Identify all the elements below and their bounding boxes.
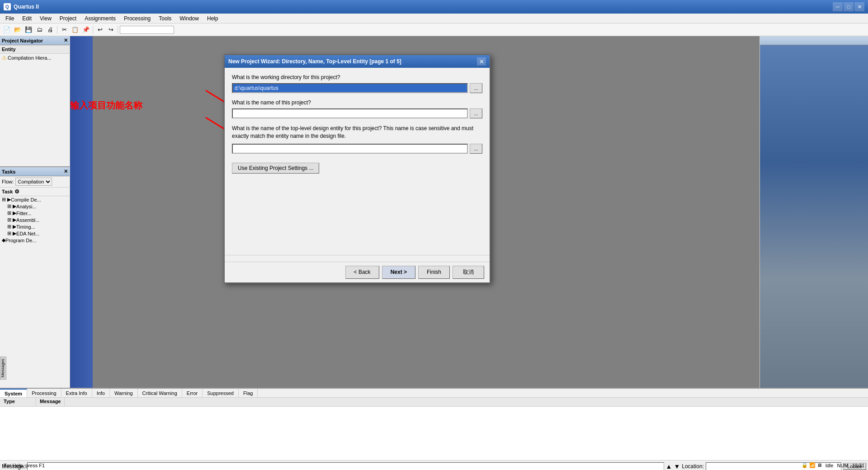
entity-browse-btn[interactable]: ... bbox=[470, 144, 482, 154]
right-panel-background bbox=[760, 45, 868, 435]
redo-btn[interactable]: ↪ bbox=[106, 25, 116, 35]
time-display: 10:31 bbox=[852, 463, 864, 468]
status-bar-right: 🔒 📶 🖥 Idle NUM 10:31 bbox=[802, 462, 864, 468]
menu-window[interactable]: Window bbox=[176, 14, 203, 23]
back-button[interactable]: < Back bbox=[345, 266, 379, 279]
tab-system[interactable]: System bbox=[0, 389, 27, 397]
directory-browse-btn[interactable]: ... bbox=[470, 83, 482, 93]
project-navigator-title: Project Navigator bbox=[2, 38, 43, 43]
copy-btn[interactable]: 📋 bbox=[70, 25, 80, 35]
app-icon: Q bbox=[4, 3, 11, 10]
toolbar-separator-1 bbox=[57, 26, 57, 34]
task-program-label: Program De... bbox=[5, 238, 36, 243]
msg-up-btn[interactable]: ▲ bbox=[666, 463, 672, 470]
cancel-button[interactable]: 取消 bbox=[453, 266, 484, 279]
task-column-label: Task bbox=[2, 189, 13, 194]
col-type-header: Type bbox=[0, 398, 36, 406]
minimize-button[interactable]: ─ bbox=[833, 2, 843, 11]
search-input[interactable] bbox=[120, 26, 174, 34]
menu-help[interactable]: Help bbox=[203, 14, 222, 23]
tab-error[interactable]: Error bbox=[182, 389, 203, 397]
dialog-spacer bbox=[232, 174, 482, 255]
message-input[interactable] bbox=[27, 462, 664, 470]
next-button[interactable]: Next > bbox=[382, 266, 415, 279]
directory-input-row: ... bbox=[232, 83, 482, 93]
use-existing-settings-btn[interactable]: Use Existing Project Settings ... bbox=[232, 163, 319, 174]
flow-select[interactable]: Compilation bbox=[15, 178, 52, 186]
directory-input[interactable] bbox=[232, 83, 468, 93]
task-eda[interactable]: ⊞ ▶ EDA Net... bbox=[0, 230, 70, 237]
task-fitter[interactable]: ⊞ ▶ Fitter... bbox=[0, 210, 70, 216]
tab-extra-info[interactable]: Extra Info bbox=[61, 389, 92, 397]
flow-row: Flow: Compilation bbox=[0, 176, 70, 188]
status-indicators: 🔒 📶 🖥 bbox=[802, 462, 822, 468]
menu-view[interactable]: View bbox=[36, 14, 55, 23]
entity-name-input[interactable] bbox=[232, 144, 468, 154]
app-title: Quartus II bbox=[14, 4, 39, 10]
tasks-panel-header: Tasks ✕ bbox=[0, 167, 70, 176]
new-btn[interactable]: 📄 bbox=[2, 25, 12, 35]
menu-assignments[interactable]: Assignments bbox=[81, 14, 119, 23]
tab-processing[interactable]: Processing bbox=[27, 389, 61, 397]
toolbar: 📄 📂 💾 🗂 🖨 ✂ 📋 📌 ↩ ↪ bbox=[0, 24, 868, 36]
vtab-messages[interactable]: Messages bbox=[0, 357, 6, 380]
tab-suppressed[interactable]: Suppressed bbox=[203, 389, 239, 397]
question1-label: What is the working directory for this p… bbox=[232, 74, 482, 80]
msg-down-btn[interactable]: ▼ bbox=[674, 463, 680, 470]
task-timing[interactable]: ⊞ ▶ Timing... bbox=[0, 223, 70, 230]
project-navigator-panel: Project Navigator ✕ Entity ⚠ Compilation… bbox=[0, 36, 70, 167]
toolbar-separator-3 bbox=[118, 26, 118, 34]
tab-info[interactable]: Info bbox=[92, 389, 110, 397]
task-settings-icon[interactable]: ⚙ bbox=[14, 188, 19, 195]
dialog-title: New Project Wizard: Directory, Name, Top… bbox=[228, 58, 401, 65]
cut-btn[interactable]: ✂ bbox=[59, 25, 69, 35]
task-analysis[interactable]: ⊞ ▶ Analysi... bbox=[0, 203, 70, 210]
task-compile[interactable]: ⊞ ▶ Compile De... bbox=[0, 196, 70, 203]
open-btn[interactable]: 📂 bbox=[13, 25, 23, 35]
finish-button[interactable]: Finish bbox=[418, 266, 450, 279]
maximize-button[interactable]: □ bbox=[844, 2, 854, 11]
project-name-input[interactable] bbox=[232, 108, 468, 118]
paste-btn[interactable]: 📌 bbox=[81, 25, 91, 35]
project-name-input-row: ... bbox=[232, 108, 482, 118]
task-assembler[interactable]: ⊞ ▶ Assembl... bbox=[0, 216, 70, 223]
task-program[interactable]: ◆ Program De... bbox=[0, 237, 70, 244]
task-timing-label: Timing... bbox=[16, 224, 35, 230]
tab-critical-warning[interactable]: Critical Warning bbox=[138, 389, 182, 397]
question2-label: What is the name of this project? bbox=[232, 99, 482, 106]
project-name-browse-btn[interactable]: ... bbox=[470, 108, 482, 118]
tasks-panel-close[interactable]: ✕ bbox=[64, 169, 68, 174]
menu-file[interactable]: File bbox=[2, 14, 18, 23]
tab-flag[interactable]: Flag bbox=[239, 389, 258, 397]
toolbar-separator-2 bbox=[93, 26, 93, 34]
dialog-title-bar: New Project Wizard: Directory, Name, Top… bbox=[225, 55, 490, 68]
save-btn[interactable]: 💾 bbox=[24, 25, 33, 35]
menu-processing[interactable]: Processing bbox=[120, 14, 154, 23]
flow-label: Flow: bbox=[2, 179, 14, 184]
window-controls: ─ □ ✕ bbox=[833, 2, 864, 11]
dialog-divider bbox=[225, 255, 490, 255]
dialog-buttons: < Back Next > Finish 取消 bbox=[225, 262, 490, 282]
entity-input-row: ... bbox=[232, 144, 482, 154]
title-bar: Q Quartus II ─ □ ✕ bbox=[0, 0, 868, 14]
vertical-tabs: Messages bbox=[0, 357, 6, 380]
dialog-body: What is the working directory for this p… bbox=[225, 68, 490, 262]
entity-section-label: Entity bbox=[0, 45, 70, 54]
tab-warning[interactable]: Warning bbox=[110, 389, 138, 397]
tasks-panel-title: Tasks bbox=[2, 169, 15, 174]
messages-column-header: Type Message bbox=[0, 398, 868, 407]
print-btn[interactable]: 🖨 bbox=[45, 25, 55, 35]
undo-btn[interactable]: ↩ bbox=[95, 25, 105, 35]
menu-tools[interactable]: Tools bbox=[155, 14, 175, 23]
menu-edit[interactable]: Edit bbox=[19, 14, 35, 23]
num-lock-indicator: NUM bbox=[837, 463, 848, 468]
menu-project[interactable]: Project bbox=[56, 14, 80, 23]
close-button[interactable]: ✕ bbox=[854, 2, 864, 11]
project-navigator-close[interactable]: ✕ bbox=[64, 38, 68, 43]
compilation-hierarchy-item[interactable]: ⚠ Compilation Hiera... bbox=[0, 54, 70, 62]
task-fitter-label: Fitter... bbox=[16, 211, 32, 216]
messages-body bbox=[0, 407, 868, 461]
help-text: For Help, press F1 bbox=[4, 463, 45, 468]
save-all-btn[interactable]: 🗂 bbox=[34, 25, 44, 35]
dialog-close-button[interactable]: ✕ bbox=[477, 57, 486, 66]
